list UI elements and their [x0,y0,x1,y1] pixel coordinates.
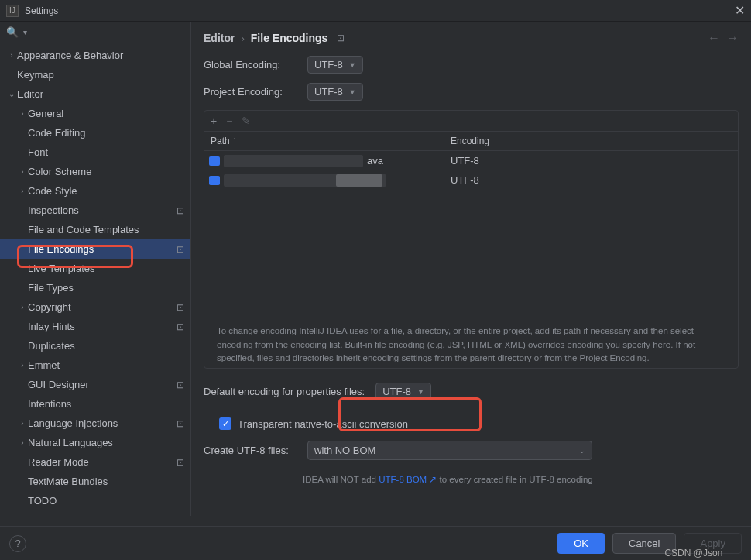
sidebar-item-inlay-hints[interactable]: Inlay Hints⊡ [0,317,190,336]
settings-tree: ›Appearance & BehaviorKeymap⌄Editor›Gene… [0,43,190,516]
nav-forward-icon[interactable]: → [726,31,739,45]
sidebar: 🔍 ▾ ›Appearance & BehaviorKeymap⌄Editor›… [0,22,191,516]
chevron-icon: › [6,51,17,60]
column-path[interactable]: Path ˄ [204,132,444,150]
app-icon: IJ [6,5,19,17]
sidebar-item-copyright[interactable]: ›Copyright⊡ [0,297,190,317]
utf8-bom-link[interactable]: UTF-8 BOM ↗ [379,475,437,484]
encodings-table: + − ✎ Path ˄ Encoding avaUTF-8UTF-8 To c… [204,110,739,369]
sidebar-item-font[interactable]: Font [0,143,190,162]
sidebar-item-label: Emmet [28,359,184,371]
encoding-hint-text: To change encoding IntelliJ IDEA uses fo… [204,317,738,368]
chevron-icon: › [17,187,28,195]
project-scope-icon: ⊡ [177,244,184,255]
sidebar-item-inspections[interactable]: Inspections⊡ [0,201,190,220]
sidebar-item-label: Duplicates [28,340,184,352]
sidebar-item-label: Font [28,146,184,158]
sidebar-item-natural-languages[interactable]: ›Natural Languages [0,433,190,452]
bom-hint-text: IDEA will NOT add UTF-8 BOM ↗ to every c… [303,474,739,485]
sidebar-item-label: Editor [17,88,184,100]
chevron-icon: ⌄ [6,90,17,98]
sidebar-item-code-style[interactable]: ›Code Style [0,181,190,201]
redacted-path [336,174,382,187]
encoding-cell[interactable]: UTF-8 [444,174,738,186]
project-encoding-dropdown[interactable]: UTF-8 ▼ [307,83,363,101]
sidebar-item-label: Intentions [28,398,184,410]
global-encoding-dropdown[interactable]: UTF-8 ▼ [307,56,363,74]
project-scope-icon: ⊡ [337,33,345,43]
transparent-ascii-label: Transparent native-to-ascii conversion [238,418,408,430]
remove-icon[interactable]: − [226,115,232,127]
chevron-right-icon: › [241,33,244,44]
chevron-icon: › [17,109,28,118]
sidebar-item-label: Inlay Hints [28,321,177,332]
sidebar-item-label: Color Scheme [28,166,184,177]
sidebar-item-emmet[interactable]: ›Emmet [0,356,190,375]
sidebar-item-label: Inspections [28,204,177,216]
sidebar-item-label: General [28,108,184,119]
chevron-icon: › [17,361,28,369]
sidebar-item-color-scheme[interactable]: ›Color Scheme [0,162,190,181]
sort-asc-icon: ˄ [233,137,237,145]
sidebar-item-label: Copyright [28,301,177,313]
sidebar-item-label: Appearance & Behavior [17,50,184,61]
ok-button[interactable]: OK [557,533,605,554]
sidebar-item-file-and-code-templates[interactable]: File and Code Templates [0,220,190,239]
sidebar-item-textmate-bundles[interactable]: TextMate Bundles [0,472,190,491]
help-button[interactable]: ? [9,535,26,552]
create-utf8-label: Create UTF-8 files: [204,445,297,456]
project-scope-icon: ⊡ [177,418,184,429]
sidebar-item-label: GUI Designer [28,379,177,390]
sidebar-item-language-injections[interactable]: ›Language Injections⊡ [0,414,190,433]
search-icon: 🔍 [6,26,19,38]
sidebar-item-general[interactable]: ›General [0,104,190,123]
sidebar-item-label: Live Templates [28,263,184,274]
sidebar-item-appearance-behavior[interactable]: ›Appearance & Behavior [0,46,190,65]
chevron-down-icon: ▼ [349,61,356,69]
sidebar-item-intentions[interactable]: Intentions [0,394,190,414]
add-icon[interactable]: + [211,115,217,127]
table-row[interactable]: avaUTF-8 [204,151,738,170]
breadcrumb-current: File Encodings [251,32,328,44]
sidebar-item-live-templates[interactable]: Live Templates [0,259,190,278]
chevron-down-icon: ▼ [417,388,424,396]
bom-mode-dropdown[interactable]: with NO BOM ⌄ [307,441,592,460]
project-scope-icon: ⊡ [177,205,184,216]
encoding-cell[interactable]: UTF-8 [444,155,738,167]
sidebar-item-todo[interactable]: TODO [0,491,190,510]
chevron-icon: › [17,419,28,428]
sidebar-item-keymap[interactable]: Keymap [0,65,190,84]
sidebar-item-label: TODO [28,495,184,507]
breadcrumb-parent[interactable]: Editor [204,32,235,44]
redacted-path [224,155,363,167]
edit-icon[interactable]: ✎ [242,115,251,127]
project-scope-icon: ⊡ [177,321,184,332]
sidebar-item-code-editing[interactable]: Code Editing [0,123,190,143]
breadcrumb: Editor › File Encodings ⊡ ← → [204,31,739,45]
project-scope-icon: ⊡ [177,457,184,468]
sidebar-item-label: File and Code Templates [28,224,184,235]
close-icon[interactable]: ✕ [735,3,745,18]
settings-search[interactable]: 🔍 ▾ [0,22,190,43]
properties-encoding-label: Default encoding for properties files: [204,386,365,397]
sidebar-item-editor[interactable]: ⌄Editor [0,84,190,104]
sidebar-item-gui-designer[interactable]: GUI Designer⊡ [0,375,190,394]
titlebar: IJ Settings ✕ [0,0,751,22]
project-scope-icon: ⊡ [177,302,184,313]
chevron-icon: › [17,303,28,311]
table-row[interactable]: UTF-8 [204,170,738,190]
chevron-down-icon: ⌄ [579,447,585,455]
chevron-icon: › [17,167,28,176]
sidebar-item-file-encodings[interactable]: File Encodings⊡ [0,239,190,259]
project-encoding-label: Project Encoding: [204,86,297,98]
nav-back-icon[interactable]: ← [708,31,720,45]
properties-encoding-dropdown[interactable]: UTF-8 ▼ [376,383,431,400]
sidebar-item-label: Reader Mode [28,456,177,468]
column-encoding[interactable]: Encoding [444,136,738,146]
sidebar-item-label: File Encodings [28,243,177,255]
sidebar-item-file-types[interactable]: File Types [0,278,190,297]
transparent-ascii-checkbox[interactable]: ✓ [219,417,231,430]
sidebar-item-duplicates[interactable]: Duplicates [0,336,190,356]
sidebar-item-label: Keymap [17,69,184,81]
sidebar-item-reader-mode[interactable]: Reader Mode⊡ [0,452,190,472]
